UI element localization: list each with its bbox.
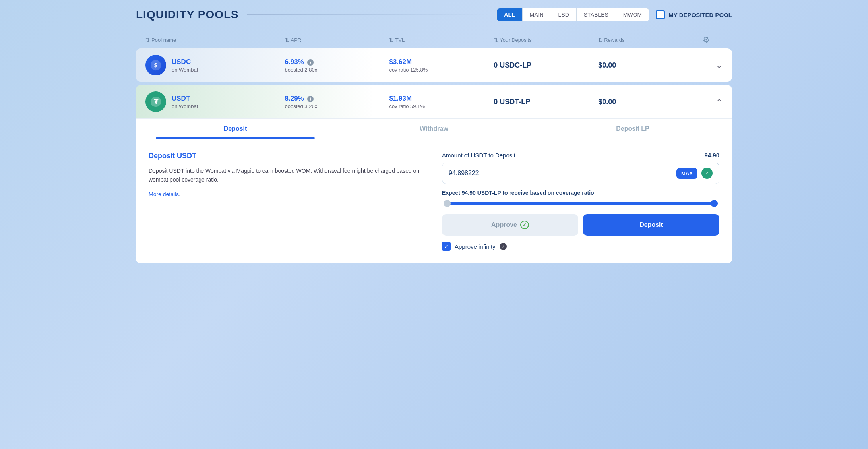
sort-icon: ⇅ <box>494 37 498 43</box>
deposit-title: Deposit USDT <box>149 152 426 160</box>
tab-deposit-lp[interactable]: Deposit LP <box>533 119 732 139</box>
usdc-tvl-cell: $3.62M cov ratio 125.8% <box>389 58 494 73</box>
my-deposited-checkbox[interactable] <box>656 10 665 19</box>
tab-withdraw[interactable]: Withdraw <box>335 119 533 139</box>
sort-icon: ⇅ <box>145 37 150 43</box>
page-title: LIQUIDITY POOLS <box>136 8 239 21</box>
my-deposited-label: MY DEPOSITED POOL <box>668 12 732 18</box>
usdc-icon: $ <box>145 55 166 75</box>
usdc-deposits-cell: 0 USDC-LP <box>494 61 598 70</box>
more-details-row: More details. <box>149 191 426 198</box>
table-header: ⇅ Pool name ⇅ APR ⇅ TVL ⇅ Your Deposits … <box>136 31 732 48</box>
tab-group: ALL MAIN LSD STABLES MWOM <box>496 8 649 21</box>
expanded-panel-usdt: Deposit Withdraw Deposit LP Deposit USDT… <box>136 118 732 263</box>
usdc-expand-chevron[interactable]: ⌄ <box>716 60 723 70</box>
tab-main[interactable]: MAIN <box>523 8 551 21</box>
pool-row-usdt: ₮ USDT on Wombat 8.29% i boosted 3.26x $… <box>136 85 732 118</box>
usdt-token-icon: ₮ <box>701 168 713 179</box>
usdt-rewards-cell: $0.00 <box>598 98 703 106</box>
amount-input-row: MAX ₮ <box>442 163 719 184</box>
deposit-button[interactable]: Deposit <box>583 214 719 236</box>
deposit-slider[interactable] <box>442 202 719 205</box>
col-tvl[interactable]: ⇅ TVL <box>389 35 494 45</box>
slider-track <box>444 202 718 205</box>
slider-fill <box>444 202 718 205</box>
sort-icon: ⇅ <box>389 37 393 43</box>
sort-icon: ⇅ <box>598 37 603 43</box>
expect-text: Expect 94.90 USDT-LP to receive based on… <box>442 190 719 196</box>
approve-infinity-row: ✓ Approve infinity i <box>442 242 719 251</box>
usdc-apr-cell: 6.93% i boosted 2.80x <box>285 58 389 73</box>
pool-name-cell-usdt: ₮ USDT on Wombat <box>145 91 285 112</box>
tab-stables[interactable]: STABLES <box>577 8 616 21</box>
header-divider <box>247 14 489 15</box>
col-apr[interactable]: ⇅ APR <box>285 35 389 45</box>
pool-name-info-usdt: USDT on Wombat <box>172 95 198 109</box>
col-rewards[interactable]: ⇅ Rewards <box>598 35 703 45</box>
amount-display: 94.90 <box>704 152 719 159</box>
approve-check-icon: ✓ <box>520 221 529 229</box>
usdt-collapse-chevron[interactable]: ⌄ <box>716 97 723 106</box>
col-deposits[interactable]: ⇅ Your Deposits <box>494 35 598 45</box>
deposit-right-col: Amount of USDT to Deposit 94.90 MAX ₮ Ex… <box>442 152 719 251</box>
settings-icon[interactable]: ⚙ <box>703 35 723 45</box>
usdt-tvl-cell: $1.93M cov ratio 59.1% <box>389 95 494 109</box>
pool-name-cell-usdc: $ USDC on Wombat <box>145 55 285 75</box>
svg-text:₮: ₮ <box>706 171 709 175</box>
sort-icon: ⇅ <box>285 37 289 43</box>
usdc-rewards-cell: $0.00 <box>598 61 703 70</box>
amount-input[interactable] <box>449 170 672 177</box>
approve-infinity-checkbox[interactable]: ✓ <box>442 242 451 251</box>
svg-text:$: $ <box>154 62 158 68</box>
max-button[interactable]: MAX <box>676 168 698 179</box>
inner-tabs: Deposit Withdraw Deposit LP <box>136 119 732 139</box>
approve-infinity-info-icon[interactable]: i <box>500 243 507 250</box>
apr-info-icon-usdc[interactable]: i <box>307 59 314 66</box>
approve-infinity-label: Approve infinity <box>455 243 496 250</box>
svg-text:₮: ₮ <box>154 98 159 106</box>
page-header: LIQUIDITY POOLS ALL MAIN LSD STABLES MWO… <box>136 8 732 21</box>
pool-name-info-usdc: USDC on Wombat <box>172 58 198 73</box>
action-buttons: Approve ✓ Deposit <box>442 214 719 236</box>
my-deposited-toggle[interactable]: MY DEPOSITED POOL <box>656 10 732 19</box>
col-pool-name[interactable]: ⇅ Pool name <box>145 35 285 45</box>
usdt-apr-cell: 8.29% i boosted 3.26x <box>285 95 389 109</box>
tab-mwom[interactable]: MWOM <box>616 8 649 21</box>
more-details-link[interactable]: More details <box>149 191 179 197</box>
slider-thumb-right[interactable] <box>711 200 718 207</box>
deposit-content: Deposit USDT Deposit USDT into the Womba… <box>136 139 732 263</box>
apr-info-icon-usdt[interactable]: i <box>307 96 314 102</box>
amount-header: Amount of USDT to Deposit 94.90 <box>442 152 719 159</box>
usdt-icon: ₮ <box>145 91 166 112</box>
main-container: LIQUIDITY POOLS ALL MAIN LSD STABLES MWO… <box>136 8 732 263</box>
tab-deposit[interactable]: Deposit <box>136 119 335 139</box>
deposit-description: Deposit USDT into the Wombat via Magpie … <box>149 166 426 184</box>
usdt-deposits-cell: 0 USDT-LP <box>494 98 598 106</box>
tab-lsd[interactable]: LSD <box>551 8 577 21</box>
approve-button[interactable]: Approve ✓ <box>442 214 578 236</box>
pool-row-usdc: $ USDC on Wombat 6.93% i boosted 2.80x $… <box>136 48 732 82</box>
deposit-left-col: Deposit USDT Deposit USDT into the Womba… <box>149 152 426 251</box>
slider-thumb-left <box>444 200 451 207</box>
tab-all[interactable]: ALL <box>497 8 522 21</box>
amount-label: Amount of USDT to Deposit <box>442 152 515 159</box>
